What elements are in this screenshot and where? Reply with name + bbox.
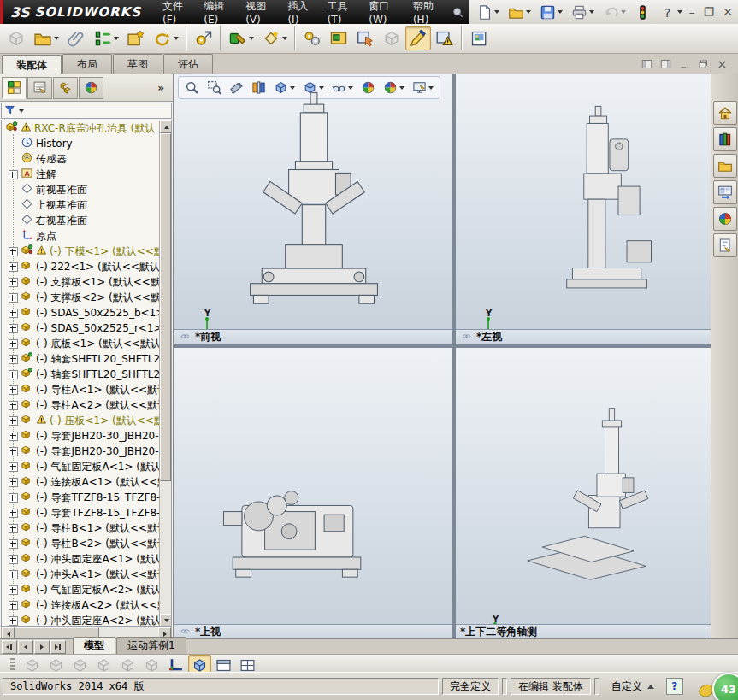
- last-sheet-button[interactable]: [50, 640, 66, 654]
- expand-icon[interactable]: [9, 278, 18, 287]
- status-custom-label[interactable]: 自定义: [611, 679, 642, 694]
- expand-icon[interactable]: [9, 509, 18, 518]
- expand-icon[interactable]: [9, 585, 18, 595]
- tree-item[interactable]: (-) 冲头A<1> (默认<<默认: [2, 567, 160, 582]
- smart-component-icon[interactable]: [123, 26, 149, 50]
- expand-icon[interactable]: [9, 401, 18, 410]
- new-document-icon-caret[interactable]: [494, 10, 499, 14]
- viewport-pane-front[interactable]: YX*前视: [174, 74, 452, 344]
- tree-item[interactable]: RXC-R底盖冲孔治具 (默认: [2, 121, 160, 136]
- tree-item[interactable]: 右视基准面: [2, 213, 160, 228]
- model-geometry-isometric-view[interactable]: [487, 365, 685, 604]
- menu-item-5[interactable]: 工具(T): [318, 0, 360, 24]
- tree-item[interactable]: History: [2, 136, 160, 151]
- tree-item[interactable]: (-) 冲头固定座A<1> (默认: [2, 551, 160, 567]
- rebuild-traffic-light-icon[interactable]: [631, 2, 654, 23]
- tree-item[interactable]: (-) 导柱B<1> (默认<<默认: [2, 521, 160, 536]
- notification-badge[interactable]: 43: [712, 673, 738, 700]
- tree-item[interactable]: (-) 轴套SHFTL20_SHFTL20: [2, 351, 160, 367]
- expand-icon[interactable]: [9, 478, 18, 487]
- tab-布局[interactable]: 布局: [62, 54, 112, 74]
- menu-item-6[interactable]: 窗口(W): [359, 0, 404, 24]
- expand-icon[interactable]: [9, 293, 18, 303]
- reference-geometry-icon[interactable]: [258, 26, 291, 50]
- tree-item[interactable]: (-) 连接板A<2> (默认<<默: [2, 597, 160, 613]
- expand-icon[interactable]: [9, 324, 18, 333]
- tree-item[interactable]: (-) 导套TFZF8-15_TFZF8-: [2, 505, 160, 521]
- mate-icon-caret[interactable]: [114, 37, 119, 40]
- window-preview-icon[interactable]: [326, 26, 351, 50]
- attachment-icon[interactable]: [63, 26, 89, 50]
- next-sheet-button[interactable]: [34, 640, 50, 654]
- model-geometry-left-view[interactable]: [487, 79, 695, 317]
- propertymanager-tab[interactable]: [27, 77, 52, 99]
- tree-item[interactable]: 传感器: [2, 151, 160, 167]
- component-settings-icon[interactable]: [191, 26, 216, 50]
- close-button[interactable]: ✕: [723, 5, 733, 19]
- menu-item-1[interactable]: 文件(F): [153, 0, 194, 24]
- help-icon-caret[interactable]: [677, 10, 682, 14]
- assembly-features-icon-caret[interactable]: [249, 37, 254, 40]
- tree-item[interactable]: 原点: [2, 228, 160, 244]
- rotate-component-icon[interactable]: [150, 26, 182, 50]
- preview-window-icon[interactable]: [466, 26, 492, 50]
- tree-item[interactable]: 前视基准面: [2, 182, 160, 197]
- new-document-icon[interactable]: [473, 2, 503, 23]
- tree-item[interactable]: (-) 导套JBH20-30_JBH20-: [2, 428, 160, 444]
- tree-item[interactable]: A注解: [2, 167, 160, 182]
- sheet-tab-模型[interactable]: 模型: [73, 637, 115, 655]
- expand-icon[interactable]: [9, 555, 18, 564]
- expand-icon[interactable]: [9, 309, 18, 318]
- viewport-pane-left[interactable]: YZ*左视: [456, 74, 711, 344]
- tree-item[interactable]: (-) 导套JBH20-30_JBH20-: [2, 444, 160, 459]
- mate-icon[interactable]: [90, 26, 122, 50]
- menu-item-3[interactable]: 视图(V): [236, 0, 278, 24]
- sheet-tab-运动算例1[interactable]: 运动算例1: [116, 637, 186, 655]
- expand-icon[interactable]: [9, 170, 18, 179]
- scroll-up-button[interactable]: [160, 121, 172, 133]
- update-alert-icon[interactable]: [432, 26, 458, 50]
- tree-item[interactable]: (-) 支撑板<2> (默认<<默: [2, 290, 160, 305]
- expand-icon[interactable]: [9, 355, 18, 364]
- minimize-doc-button[interactable]: [677, 58, 692, 71]
- filter-caret-icon[interactable]: [19, 109, 24, 113]
- tree-item[interactable]: (-) 底板<1> (默认<<默认: [2, 336, 160, 351]
- tree-item[interactable]: (-) 压板<1> (默认<<默: [2, 413, 160, 428]
- expand-icon[interactable]: [9, 539, 18, 549]
- configurationmanager-tab[interactable]: [53, 77, 78, 99]
- close-doc-button[interactable]: [715, 58, 729, 71]
- appearances-tab[interactable]: [79, 77, 103, 99]
- tree-item[interactable]: (-) 导柱A<2> (默认<<默认: [2, 397, 160, 413]
- minimize-button[interactable]: –: [689, 5, 695, 19]
- open-icon-caret[interactable]: [526, 10, 531, 14]
- menu-item-2[interactable]: 编辑(E): [194, 0, 236, 24]
- expand-icon[interactable]: [9, 493, 18, 503]
- tree-item[interactable]: 上视基准面: [2, 197, 160, 213]
- tree-item[interactable]: (-) 冲头固定座A<2> (默认: [2, 613, 160, 626]
- toolbar-grip[interactable]: [10, 658, 15, 674]
- tree-vertical-scrollbar[interactable]: [159, 121, 171, 626]
- prev-sheet-button[interactable]: [18, 640, 33, 654]
- vscroll-thumb[interactable]: [160, 133, 171, 481]
- panel-overflow-button[interactable]: »: [157, 82, 171, 94]
- print-icon[interactable]: [568, 2, 598, 23]
- expand-icon[interactable]: [9, 432, 18, 441]
- rotate-component-icon-caret[interactable]: [174, 37, 179, 40]
- motion-study-icon[interactable]: [299, 26, 325, 50]
- file-explorer-icon[interactable]: [713, 154, 737, 178]
- tab-评估[interactable]: 评估: [163, 54, 213, 74]
- viewport-pane-isometric[interactable]: YXZ*上下二等角轴测: [456, 348, 711, 639]
- expand-icon[interactable]: [9, 416, 18, 426]
- viewport-pane-top[interactable]: XZ*上视: [174, 348, 452, 639]
- model-geometry-front-view[interactable]: [192, 74, 436, 323]
- tree-item[interactable]: (-) SDAS_50x2525_r<1> (: [2, 321, 160, 336]
- tab-草图[interactable]: 草图: [113, 54, 162, 74]
- reference-geometry-icon-caret[interactable]: [282, 37, 287, 40]
- expand-icon[interactable]: [9, 339, 18, 349]
- filter-funnel-icon[interactable]: [4, 104, 15, 118]
- save-icon[interactable]: [536, 2, 566, 23]
- tree-item[interactable]: (-) 支撑板<1> (默认<<默: [2, 274, 160, 290]
- restore-doc-button[interactable]: [696, 58, 711, 71]
- move-component-icon[interactable]: [352, 26, 378, 50]
- expand-icon[interactable]: [9, 462, 18, 472]
